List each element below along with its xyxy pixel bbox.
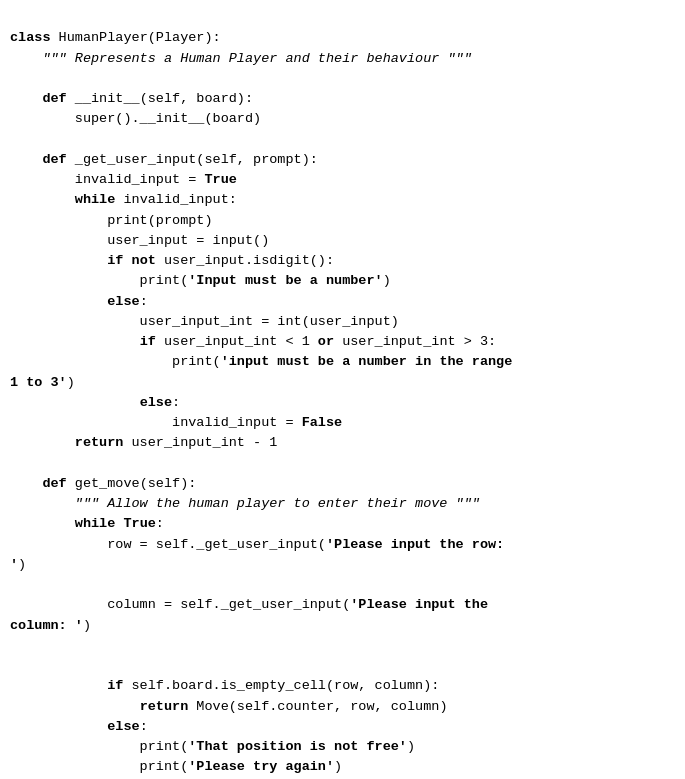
line-21 [10, 456, 18, 471]
line-23: """ Allow the human player to enter thei… [10, 496, 480, 511]
line-15: user_input_int = int(user_input) [10, 314, 399, 329]
line-11: user_input = input() [10, 233, 269, 248]
line-27b: column: ') [10, 618, 91, 633]
line-17: print('input must be a number in the ran… [10, 354, 512, 369]
line-1: class HumanPlayer(Player): [10, 30, 221, 45]
line-12: if not user_input.isdigit(): [10, 253, 334, 268]
line-31: return Move(self.counter, row, column) [10, 699, 447, 714]
line-27: column = self._get_user_input('Please in… [10, 597, 488, 612]
line-17b: 1 to 3') [10, 375, 75, 390]
line-28 [10, 638, 18, 653]
line-20: return user_input_int - 1 [10, 435, 277, 450]
line-34: print('Please try again') [10, 759, 342, 774]
line-24: while True: [10, 516, 164, 531]
line-3 [10, 71, 18, 86]
line-32: else: [10, 719, 148, 734]
line-22: def get_move(self): [10, 476, 196, 491]
line-2: """ Represents a Human Player and their … [10, 51, 472, 66]
line-18: else: [10, 395, 180, 410]
line-9: while invalid_input: [10, 192, 237, 207]
code-display: class HumanPlayer(Player): """ Represent… [10, 8, 675, 778]
line-6 [10, 132, 18, 147]
line-29 [10, 658, 18, 673]
line-25b: ') [10, 557, 26, 572]
line-10: print(prompt) [10, 213, 213, 228]
line-7: def _get_user_input(self, prompt): [10, 152, 318, 167]
line-19: invalid_input = False [10, 415, 342, 430]
line-30: if self.board.is_empty_cell(row, column)… [10, 678, 439, 693]
line-14: else: [10, 294, 148, 309]
line-8: invalid_input = True [10, 172, 237, 187]
line-25: row = self._get_user_input('Please input… [10, 537, 504, 552]
line-33: print('That position is not free') [10, 739, 415, 754]
line-4: def __init__(self, board): [10, 91, 253, 106]
line-26 [10, 577, 18, 592]
line-5: super().__init__(board) [10, 111, 261, 126]
line-13: print('Input must be a number') [10, 273, 391, 288]
line-16: if user_input_int < 1 or user_input_int … [10, 334, 496, 349]
